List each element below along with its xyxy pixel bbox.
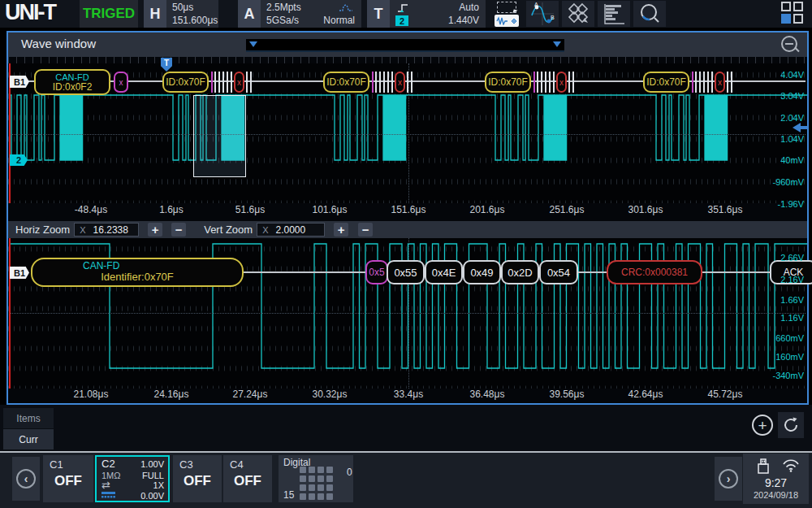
top-toolbar: UNI-T TRIGED H 50μs 151.600μs A 2.5Mpts … [0,0,812,28]
data-bit-marks [246,72,253,93]
timeline-ruler [8,57,807,63]
selection-rect-icon [497,2,516,13]
digital-channel-dot [317,467,324,473]
digital-panel[interactable]: Digital 0 15 [279,455,353,502]
time-label: 24.16μs [145,389,197,400]
time-label: 251.6μs [541,204,593,215]
vert-zoom-value-box[interactable]: X 2.0000 [257,223,325,237]
usb-icon [756,457,771,475]
time-label: 351.6μs [699,204,751,215]
digital-channel-dot [300,467,306,473]
time-label: 30.32μs [304,389,356,400]
diamonds-icon [565,2,591,26]
vert-zoom-value: 2.0000 [276,224,306,236]
horizontal-settings-button[interactable]: H 50μs 151.600μs [144,0,218,28]
horiz-zoom-minus-button[interactable]: − [171,223,186,237]
offset-marker-icon [102,492,115,499]
channel4-panel[interactable]: C4 OFF [223,455,272,502]
time-label: 42.64μs [620,389,672,400]
data-byte-bubble: 0x49 [463,260,501,284]
digital-label: Digital [283,457,310,468]
can-frame: ID:0x70F x [162,72,256,93]
acquire-settings-button[interactable]: A 2.5Mpts 5GSa/s Normal [238,0,361,28]
protocol-label-lower: CAN-FD [83,260,119,271]
mask-draw-button[interactable] [562,1,594,27]
frame0-id: ID:0x0F2 [53,82,93,93]
can-frame: ID:0x70F x [485,72,578,93]
ab-curve-icon: A B [529,2,555,26]
channel2-panel[interactable]: C2 1.00V 1MΩ FULL ⇄ 1X 0.00V [95,455,170,502]
layout-cell-icon [781,2,791,11]
lower-scale-label: 660mV [775,333,804,343]
horiz-zoom-plus-button[interactable]: + [148,223,162,237]
dlc-bit-mark [533,72,535,93]
digital-first-channel: 0 [347,467,352,478]
search-icon [637,2,662,26]
tab-items[interactable]: Items [3,408,54,428]
scroll-right-handle-icon[interactable] [553,41,561,47]
memory-depth-value: 2.5Mpts [266,2,301,13]
decode-bus-line-lower [577,271,607,273]
trigger-key: T [367,0,390,28]
add-measure-button[interactable]: + [752,415,773,436]
digital-channel-dot [300,475,306,482]
display-layout-button[interactable] [781,2,807,26]
channel3-panel[interactable]: C3 OFF [173,455,222,502]
trigger-settings-button[interactable]: T 2 Auto 1.440V [367,0,486,28]
histogram-button[interactable] [598,1,630,27]
svg-text:B: B [551,15,555,20]
digital-channel-dot [309,493,315,500]
record-scrollbar[interactable] [246,39,564,52]
upper-scale-label: 40mV [780,155,804,165]
refresh-button[interactable] [778,412,804,438]
zoom-out-button[interactable] [781,36,799,54]
cursor-line-lower[interactable] [9,238,11,389]
trigger-source-badge: 2 [395,15,408,26]
bus1-tag-upper[interactable]: B1 [10,76,29,88]
data-bit-marks [407,72,413,93]
tab-curr[interactable]: Curr [3,429,54,449]
bottom-bar: ‹ C1 OFF C2 1.00V 1MΩ FULL ⇄ 1X 0.00V C3 [0,453,812,508]
ab-waveform-math-button[interactable]: A B [526,1,559,27]
identifier-value: Identifier:0x70F [32,271,242,283]
upper-scale-label: 4.04V [780,70,804,80]
data-bit-marks [695,72,713,93]
svg-text:A: A [534,2,538,7]
can-frame: ID:0x70F x [323,72,417,93]
scroll-left-handle-icon[interactable] [249,41,257,47]
horiz-zoom-label: Horiz Zoom [15,224,70,236]
wave-move-icon [495,15,519,27]
error-bubble: x [234,72,244,93]
digital-channel-dot [317,484,324,491]
bus1-tag-lower[interactable]: B1 [10,267,29,279]
channel2-probe: 1X [153,480,164,490]
trigger-status-badge: TRIGED [80,0,138,28]
digital-channel-dot [326,475,333,482]
timebase-value: 50μs [172,2,193,13]
search-button[interactable] [633,1,666,27]
channel1-panel[interactable]: C1 OFF [43,455,93,502]
scroll-channels-left-button[interactable]: ‹ [12,457,40,501]
digital-channel-dot [309,475,315,482]
vert-zoom-plus-button[interactable]: + [334,223,348,237]
vert-zoom-minus-button[interactable]: − [358,223,373,237]
zoom-selection-rect[interactable] [193,95,246,177]
horiz-zoom-value-box[interactable]: X 16.2338 [74,223,139,237]
clock-date: 2024/09/18 [743,490,809,500]
identifier-bubble: CAN-FD Identifier:0x70F [31,258,244,287]
channel2-tag[interactable]: 2 [10,154,28,166]
system-status-panel[interactable]: 9:27 2024/09/18 [743,454,809,504]
scroll-channels-right-button[interactable]: › [715,457,742,501]
channel1-state: OFF [43,473,93,489]
wifi-icon [782,458,800,472]
lower-scale-label: 1.16V [780,313,804,323]
horizontal-key: H [144,0,166,28]
digital-channel-dot [326,493,333,500]
frame-id-bubble: ID:0x70F [162,72,209,93]
decode-bus-line-lower [244,271,365,273]
wave-window-titlebar: Wave window [8,33,807,57]
select-zone-button[interactable] [490,1,523,27]
chevron-right-icon: › [719,469,738,488]
wave-window-panel: Wave window T B1 CAN-FD ID:0x0F2 x ID:0x… [6,31,809,405]
data-byte-bubble: 0x54 [539,260,578,284]
